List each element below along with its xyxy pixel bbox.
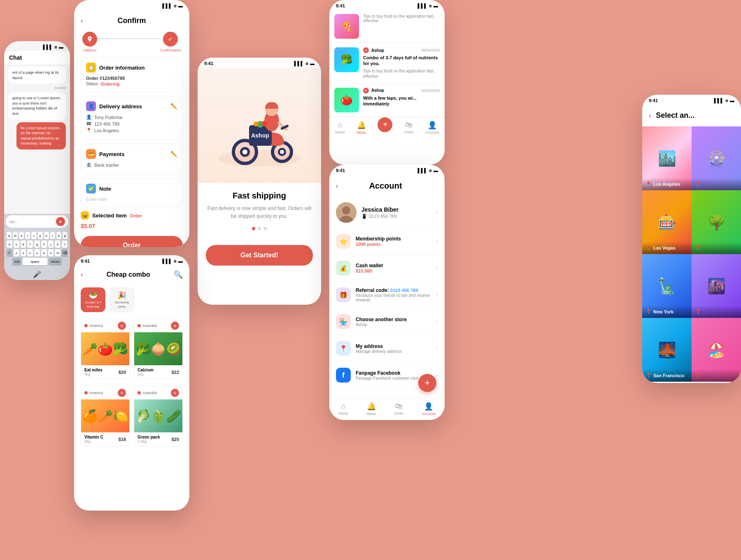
fab-button[interactable]: + [418, 374, 436, 392]
key-v[interactable]: v [34, 249, 40, 257]
menu-store[interactable]: 🏪 Choose another store Ashop › [329, 308, 445, 335]
product-eat-miles[interactable]: America + 🥕🍅🥦 Eat miles 3kg $20 [81, 319, 130, 379]
menu-membership[interactable]: ⭐ Membership points 1000 points › [329, 228, 445, 255]
product-3-image: 🍊🥕🍋 [81, 399, 129, 432]
combo-search-icon[interactable]: 🔍 [174, 270, 183, 279]
key-p[interactable]: p [63, 232, 68, 239]
key-y[interactable]: y [38, 232, 43, 239]
profile-row[interactable]: Jessica Biber 📱 0123 456 789 › [329, 197, 445, 228]
city-los-angeles[interactable]: 🏙️ 📍 Los Angeles [642, 126, 692, 190]
menu-address[interactable]: 📍 My address Manage delivery address › [329, 335, 445, 362]
key-shift[interactable]: ⇧ [7, 249, 12, 257]
key-r[interactable]: r [25, 232, 30, 239]
key-l[interactable]: l [62, 240, 68, 248]
cat-family-party[interactable]: 🎉 Set family party [110, 287, 134, 312]
product-calcium[interactable]: Australia + 🥦🧅🥝 Calcium 1kg $22 [134, 319, 183, 379]
edit-delivery-icon[interactable]: ✏️ [170, 103, 177, 110]
key-k[interactable]: k [55, 240, 61, 248]
key-123[interactable]: 123 [12, 258, 21, 265]
news-item-2[interactable]: 🍅 A Ashop 10/04/2020 With a few taps, yo… [329, 84, 445, 117]
key-space[interactable]: space [23, 258, 47, 265]
wifi-icon: ⌾ [725, 98, 728, 103]
key-z[interactable]: z [14, 249, 19, 257]
back-button[interactable]: ‹ [81, 17, 83, 25]
chat-status-bar: ▌▌▌ ⌾ ▬ [4, 41, 70, 51]
menu-cash-wallet[interactable]: 💰 Cash wallet $10,000 › [329, 255, 445, 282]
key-n[interactable]: n [48, 249, 54, 257]
chat-bubble-2: going to use a l Lorem ipsum, you e sure… [8, 92, 66, 119]
key-i[interactable]: i [50, 232, 55, 239]
dot-1 [252, 227, 255, 230]
city-las-vegas[interactable]: 🎰 📍 Las Vegas [642, 190, 692, 254]
nav-account[interactable]: 👤 Account [425, 121, 439, 135]
edit-payment-icon[interactable]: ✏️ [170, 151, 177, 157]
account-time: 9:41 [336, 168, 345, 173]
city-back-button[interactable]: ‹ [649, 112, 651, 119]
key-a[interactable]: a [7, 240, 12, 248]
key-c[interactable]: c [27, 249, 33, 257]
product-4[interactable]: Australia + 🥬🫑🥒 Green pack 1.5kg $25 [134, 386, 183, 446]
nav-home-account[interactable]: ⌂ Home [338, 402, 348, 416]
send-button[interactable]: ➤ [56, 217, 65, 226]
battery-icon: ▬ [178, 3, 183, 8]
key-delete[interactable]: ⌫ [62, 249, 68, 257]
dot-3 [263, 227, 267, 230]
carousel-dots [206, 227, 313, 230]
nav-home[interactable]: ⌂ Home [335, 121, 345, 135]
city-new-york[interactable]: 🗽 📍 New York [642, 254, 692, 318]
nav-news-account[interactable]: 🔔 News [367, 402, 376, 416]
order-button[interactable]: Order [81, 236, 183, 247]
phone-news: 9:41 ▌▌▌ ⌾ ▬ 🍕 Tips to buy food on the a… [329, 0, 445, 165]
product-4-price: $25 [172, 437, 179, 442]
chat-input-area[interactable]: age... ➤ q w e r t y u i o p a s d f g [4, 214, 70, 280]
menu-referral[interactable]: 🎁 Referral code: 0123 456 789 Introduce … [329, 282, 445, 308]
key-t[interactable]: t [31, 232, 36, 239]
product-1-price: $20 [119, 370, 126, 375]
shipping-description: Fast delivery is now simple and fast. Or… [206, 205, 313, 220]
key-g[interactable]: g [34, 240, 40, 248]
news-date-2: 10/04/2020 [421, 89, 440, 93]
key-e[interactable]: e [19, 232, 24, 239]
key-m[interactable]: m [55, 249, 61, 257]
home-icon: ⌂ [338, 121, 343, 129]
cat-combo-food[interactable]: 🥗 Combo 3-7 food day [81, 287, 105, 312]
key-b[interactable]: b [41, 249, 47, 257]
key-f[interactable]: f [27, 240, 33, 248]
key-j[interactable]: j [48, 240, 54, 248]
add-product-4-button[interactable]: + [171, 389, 179, 397]
account-back-button[interactable]: ‹ [336, 182, 338, 190]
nav-plus-button[interactable]: + [377, 117, 392, 132]
add-product-1-button[interactable]: + [118, 322, 126, 330]
nav-order[interactable]: 🛍 Order [404, 121, 414, 135]
city-6[interactable]: 🌆 📍 [692, 254, 741, 318]
key-h[interactable]: h [41, 240, 47, 248]
referral-text: Referral code: 0123 456 789 Introduce yo… [356, 287, 431, 302]
key-s[interactable]: s [14, 240, 19, 248]
nav-news[interactable]: 🔔 News [357, 121, 366, 135]
key-u[interactable]: u [44, 232, 49, 239]
product-1-name: Eat miles [84, 368, 103, 372]
nav-order-account[interactable]: 🛍 Order [394, 402, 404, 416]
add-product-3-button[interactable]: + [118, 389, 126, 397]
nav-account-active[interactable]: 👤 Account [422, 402, 436, 416]
note-placeholder[interactable]: Enter note [86, 197, 177, 202]
city-8[interactable]: 🏖️ 📍 [692, 318, 741, 382]
product-1-info: Eat miles 3kg $20 [81, 365, 129, 379]
key-w[interactable]: w [13, 232, 18, 239]
news-item-1[interactable]: 🥦 A Ashop 09/04/2020 Combo of 3-7 days f… [329, 43, 445, 84]
city-san-francisco[interactable]: 🌉 📍 San Francisco [642, 318, 692, 382]
product-3[interactable]: America + 🍊🥕🍋 Vitamin C 2kg $18 [81, 386, 130, 446]
key-d[interactable]: d [21, 240, 26, 248]
key-x[interactable]: x [21, 249, 26, 257]
product-grid-2: America + 🍊🥕🍋 Vitamin C 2kg $18 Australi… [74, 383, 189, 450]
city-4[interactable]: 🌳 📍 [692, 190, 741, 254]
key-q[interactable]: q [7, 232, 12, 239]
key-return[interactable]: return [49, 258, 62, 265]
news-icon: 🔔 [357, 121, 366, 130]
chat-input-row[interactable]: age... ➤ [6, 215, 68, 228]
get-started-button[interactable]: Get Started! [206, 245, 313, 266]
city-2[interactable]: 🎡 📍 [692, 126, 741, 190]
battery-icon: ▬ [59, 44, 63, 49]
add-product-2-button[interactable]: + [171, 322, 179, 330]
key-o[interactable]: o [56, 232, 61, 239]
